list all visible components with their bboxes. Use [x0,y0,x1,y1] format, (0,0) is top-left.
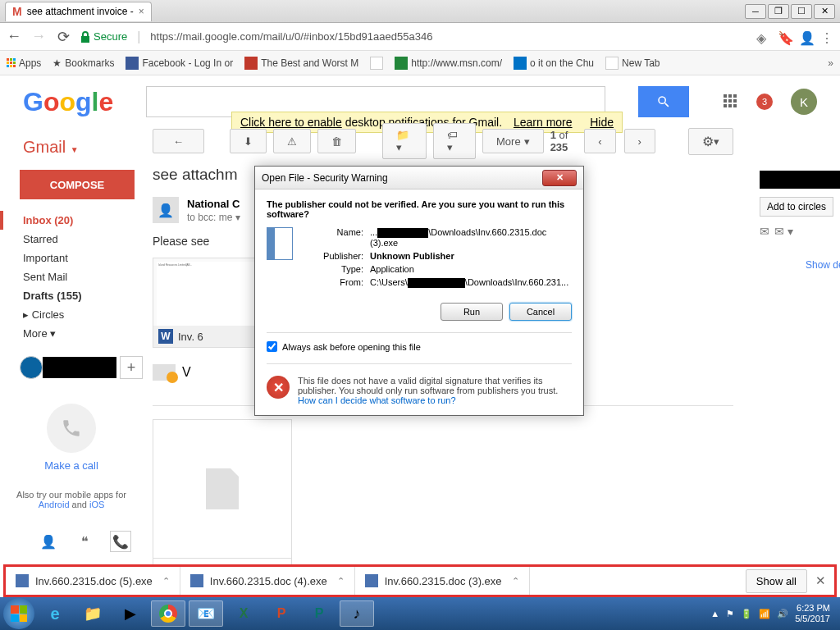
reload-icon[interactable]: ⟳ [56,30,71,44]
close-downloads-icon[interactable]: ✕ [815,573,826,588]
music-taskbar-icon[interactable]: ♪ [340,600,374,627]
ios-link[interactable]: iOS [89,500,104,509]
excel-taskbar-icon[interactable]: X [226,600,261,627]
compose-button[interactable]: COMPOSE [20,170,135,199]
phone-icon[interactable] [47,404,96,453]
delete-button[interactable]: 🗑 [317,129,356,153]
explorer-taskbar-icon[interactable]: 📁 [75,600,110,627]
window-close-icon[interactable]: ✕ [814,4,835,19]
google-logo[interactable]: Google [23,87,113,117]
secure-indicator[interactable]: Secure [80,30,127,43]
page-icon [605,57,619,70]
window-minimize-icon[interactable]: ─ [745,4,766,19]
attachment-card[interactable] [153,419,292,559]
download-item[interactable]: Inv.660.2315.doc (3).exe⌃ [355,567,530,595]
download-item[interactable]: Inv.660.2315.doc (4).exe⌃ [180,567,355,595]
menu-icon[interactable]: ⋮ [820,30,833,43]
email-icon[interactable]: ✉ [760,225,769,238]
sidebar-important[interactable]: Important [0,249,143,267]
sidebar-sent[interactable]: Sent Mail [0,267,143,286]
cancel-button[interactable]: Cancel [509,303,572,321]
bookmark-item[interactable]: The Best and Worst M [244,57,358,70]
mail-toolbar: ← ⬇ ⚠ 🗑 📁 ▾ 🏷 ▾ More ▾ 1 of 235 ‹ › ⚙ ▾ [153,128,733,154]
gmail-sidebar: Gmail ▼ COMPOSE Inbox (20) Starred Impor… [0,128,143,564]
sidebar-more[interactable]: More ▾ [0,324,143,343]
bookmark-item[interactable]: Facebook - Log In or [126,57,233,70]
search-button[interactable] [638,86,689,117]
gmail-label[interactable]: Gmail ▼ [0,138,143,170]
chevron-up-icon[interactable]: ⌃ [162,576,170,587]
tray-overflow-icon[interactable]: ▲ [710,609,719,619]
sidebar-circles[interactable]: ▸ Circles [0,305,143,324]
more-button[interactable]: More ▾ [482,129,544,153]
clock[interactable]: 6:23 PM5/5/2017 [795,603,830,624]
url-text[interactable]: https://mail.google.com/mail/u/0/#inbox/… [150,30,432,43]
ie-taskbar-icon[interactable]: e [38,600,72,627]
back-icon[interactable]: ← [7,30,21,44]
download-item[interactable]: Inv.660.2315.doc (5).exe⌃ [6,567,180,595]
dialog-titlebar[interactable]: Open File - Security Warning ✕ [255,167,583,189]
outlook-taskbar-icon[interactable]: 📧 [189,600,223,627]
hangouts-contact[interactable]: + [20,356,143,379]
show-all-downloads-button[interactable]: Show all [746,569,807,593]
labels-button[interactable]: 🏷 ▾ [433,123,476,159]
window-restore-icon[interactable]: ❐ [768,4,789,19]
account-avatar[interactable]: K [791,89,817,115]
sidebar-starred[interactable]: Starred [0,230,143,249]
always-ask-label: Always ask before opening this file [282,342,421,352]
network-icon[interactable]: 📶 [759,609,770,619]
publisher-taskbar-icon[interactable]: P [302,600,336,627]
add-to-circles-button[interactable]: Add to circles [760,197,833,217]
bookmarks-overflow-icon[interactable]: » [828,57,833,69]
bookmarks-folder[interactable]: ★ Bookmarks [52,57,114,69]
tab-close-icon[interactable]: × [139,6,144,17]
add-contact-button[interactable]: + [120,356,143,379]
recipients-line[interactable]: to bcc: me ▾ [187,212,240,223]
spam-button[interactable]: ⚠ [273,129,311,153]
window-titlebar: M see attachment invoice - × ─ ❐ ☐ ✕ [0,0,840,23]
msn-icon [395,57,408,70]
google-apps-icon[interactable] [724,94,738,109]
bookmark-item[interactable]: o it on the Chu [514,57,594,70]
sidebar-inbox[interactable]: Inbox (20) [0,211,143,230]
media-player-taskbar-icon[interactable]: ▶ [113,600,148,627]
compass-icon[interactable]: ◈ [756,30,769,43]
bookmark-item[interactable]: http://www.msn.com/ [395,57,502,70]
start-button[interactable] [3,598,34,629]
make-call-link[interactable]: Make a call [0,459,143,472]
android-link[interactable]: Android [39,500,70,509]
hangouts-chat-icon[interactable]: ❝ [74,531,95,552]
hangouts-contacts-icon[interactable]: 👤 [38,531,59,552]
chrome-taskbar-icon[interactable] [151,600,185,627]
chevron-up-icon[interactable]: ⌃ [337,576,345,587]
chevron-up-icon[interactable]: ⌃ [512,576,519,587]
powerpoint-taskbar-icon[interactable]: P [264,600,299,627]
help-link[interactable]: How can I decide what software to run? [298,395,456,405]
show-details-link[interactable]: Show details [760,259,840,271]
always-ask-checkbox[interactable] [267,341,277,352]
archive-button[interactable]: ⬇ [230,129,267,153]
bookmark-item[interactable] [370,57,383,70]
extension-icon[interactable]: 👤 [799,30,812,43]
notifications-badge[interactable]: 3 [756,94,773,110]
next-button[interactable]: › [624,129,655,153]
hangouts-phone-icon[interactable]: 📞 [110,531,131,552]
sidebar-drafts[interactable]: Drafts (155) [0,286,143,305]
bookmark-item[interactable]: New Tab [605,57,660,70]
settings-button[interactable]: ⚙ ▾ [688,128,733,155]
flag-icon[interactable]: ⚑ [726,609,734,619]
apps-shortcut[interactable]: Apps [7,57,41,69]
contact-panel: Add to circles ✉ ✉ ▾ Show details [743,128,840,564]
envelope-dropdown-icon[interactable]: ✉ ▾ [774,225,793,238]
dialog-close-button[interactable]: ✕ [542,170,577,186]
bookmark-icon[interactable]: 🔖 [778,30,791,43]
power-icon[interactable]: 🔋 [741,609,752,619]
move-to-button[interactable]: 📁 ▾ [382,123,427,159]
run-button[interactable]: Run [441,303,503,321]
prev-button[interactable]: ‹ [584,129,615,153]
volume-icon[interactable]: 🔊 [777,609,788,619]
gmail-tab-icon: M [12,5,22,18]
browser-tab[interactable]: M see attachment invoice - × [5,2,152,21]
back-to-inbox-button[interactable]: ← [153,129,204,153]
window-maximize-icon[interactable]: ☐ [791,4,812,19]
